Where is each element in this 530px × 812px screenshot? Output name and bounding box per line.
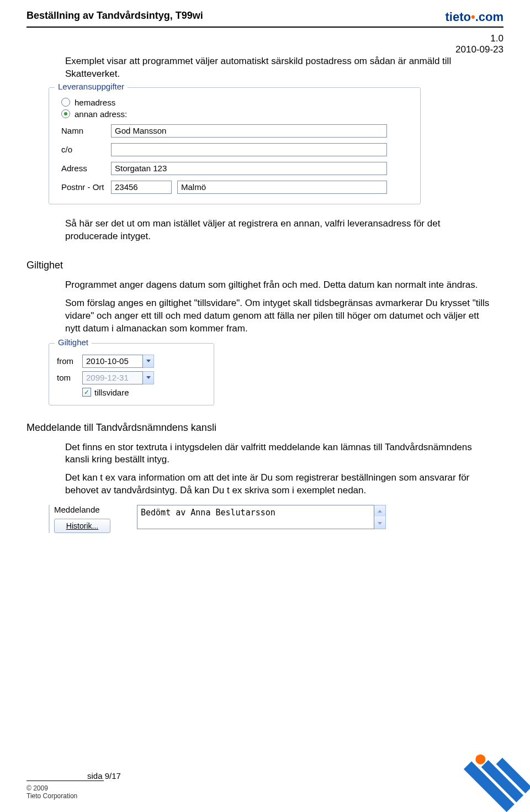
brand-dot-icon: • [471,10,475,24]
from-date-field[interactable] [82,355,143,368]
meddelande-panel: Meddelande Historik... [49,505,430,533]
historik-button-label: Historik... [66,521,98,530]
radio-hemadress-label: hemadress [75,98,115,107]
tom-date-picker-button[interactable] [143,371,154,384]
giltighet-p1: Programmet anger dagens datum som giltig… [65,279,492,292]
footer-divider [26,781,104,781]
giltighet-legend: Giltighet [55,338,92,347]
co-field[interactable] [111,143,387,156]
meddelande-label: Meddelande [54,505,137,514]
chevron-down-icon [146,376,151,379]
intro-text: Exemplet visar att programmet väljer aut… [65,55,492,81]
co-label: c/o [61,145,111,154]
version-label: 1.0 [26,33,504,44]
tillsvidare-checkbox[interactable]: ✓ [82,388,91,397]
tillsvidare-label: tillsvidare [94,388,129,397]
date-label: 2010-09-23 [26,44,504,55]
chevron-down-icon [146,360,151,362]
brand-suffix: .com [475,10,504,24]
from-label: from [57,356,82,366]
after-panel-text: Så här ser det ut om man istället väljer… [65,218,492,243]
header-divider [26,27,504,28]
footer-company: Tieto Corporation [26,792,504,800]
adress-label: Adress [61,164,111,173]
adress-field[interactable] [111,162,387,175]
textarea-scrollbar[interactable] [374,505,386,529]
historik-button[interactable]: Historik... [54,519,110,533]
meddelande-p2: Det kan t ex vara information om att det… [65,472,492,497]
giltighet-panel: Giltighet from tom ✓ tillsvidare [49,343,214,405]
chevron-up-icon [378,510,382,513]
radio-annan-adress-label: annan adress: [75,109,127,119]
radio-hemadress[interactable] [61,98,70,107]
checkmark-icon: ✓ [84,389,89,396]
namn-field[interactable] [111,124,387,138]
namn-label: Namn [61,126,111,135]
meddelande-p1: Det finns en stor textruta i intygsdelen… [65,441,492,467]
page-title: Beställning av Tandvårdsintyg, T99wi [26,10,203,22]
giltighet-heading: Giltighet [26,260,492,271]
ort-field[interactable] [177,181,387,194]
scroll-down-button[interactable] [374,518,385,529]
postnr-field[interactable] [111,181,172,194]
from-date-picker-button[interactable] [143,355,154,368]
meddelande-heading: Meddelande till Tandvårdsnämndens kansli [26,422,492,434]
leverans-panel: Leveransuppgifter hemadress annan adress… [49,87,421,204]
meddelande-textarea[interactable] [137,505,374,529]
tom-label: tom [57,373,82,382]
giltighet-p2: Som förslag anges en giltighet "tillsvid… [65,297,492,335]
footer-copyright: © 2009 [26,784,504,792]
tieto-corner-logo-icon [464,746,530,812]
scroll-up-button[interactable] [374,505,385,516]
page-number: sida 9/17 [87,771,504,781]
brand-logo: tieto•.com [445,10,504,24]
tom-date-field[interactable] [82,371,143,384]
radio-annan-adress[interactable] [61,109,70,118]
postnr-label: Postnr - Ort [61,182,111,192]
leverans-legend: Leveransuppgifter [55,82,128,91]
brand-primary: tieto [445,10,470,24]
chevron-down-icon [378,522,382,525]
